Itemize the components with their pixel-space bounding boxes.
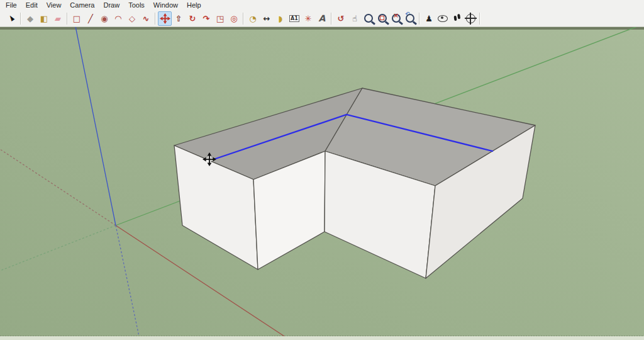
freehand-icon: ∿: [143, 14, 150, 23]
line-button[interactable]: ╱: [84, 11, 97, 26]
menu-tools[interactable]: Tools: [124, 1, 149, 9]
north-compass-button[interactable]: [464, 11, 477, 26]
dimension-button[interactable]: ↔: [260, 11, 274, 26]
toolbar-separator: [331, 13, 332, 25]
viewport-3d[interactable]: [0, 0, 644, 340]
line-icon: ╱: [88, 14, 93, 23]
menubar: FileEditViewCameraDrawToolsWindowHelp: [0, 0, 644, 10]
protractor-button[interactable]: ◗: [274, 11, 287, 26]
zoom-icon: [364, 14, 373, 23]
move-icon: [160, 13, 170, 24]
toolbar-separator: [67, 13, 68, 25]
circle-button[interactable]: ◉: [97, 11, 111, 26]
offset-button[interactable]: ◎: [227, 11, 241, 26]
arc-icon: ◠: [115, 14, 121, 23]
zoom-window-icon: [378, 14, 387, 23]
status-strip: [0, 336, 644, 340]
menu-camera[interactable]: Camera: [65, 1, 99, 9]
eraser-button[interactable]: ▰: [51, 11, 65, 26]
north-compass-icon: [466, 14, 475, 23]
make-component-icon: ◆: [27, 14, 33, 23]
axes-tool-icon: ✳: [305, 14, 312, 23]
orbit-icon: ↺: [338, 14, 345, 23]
toolbar: ►◆◧▰□╱◉◠◇∿ ⇧↻↷◳◎◔↔◗A1✳A↺☝♟: [0, 10, 644, 27]
select-button[interactable]: ►: [4, 11, 18, 26]
zoom-previous-button[interactable]: [403, 11, 417, 26]
dimension-icon: ↔: [264, 14, 270, 23]
toolbar-separator: [20, 13, 21, 25]
zoom-previous-icon: [406, 14, 414, 23]
rotate-icon: ↻: [189, 14, 196, 23]
scale-icon: ◳: [216, 14, 224, 23]
position-camera-icon: ♟: [425, 14, 433, 23]
paint-bucket-button[interactable]: ◧: [37, 11, 51, 26]
3d-text-icon: A: [319, 14, 326, 23]
push-pull-icon: ⇧: [175, 14, 182, 23]
move-button[interactable]: [158, 11, 172, 26]
rectangle-icon: □: [73, 14, 80, 23]
protractor-icon: ◗: [279, 14, 283, 23]
menu-edit[interactable]: Edit: [21, 1, 42, 9]
toolbar-separator: [419, 13, 420, 25]
select-icon: ►: [6, 14, 16, 23]
scale-button[interactable]: ◳: [213, 11, 227, 26]
tape-measure-icon: ◔: [249, 14, 256, 23]
arc-button[interactable]: ◠: [111, 11, 125, 26]
pan-icon: ☝: [352, 14, 357, 23]
toolbar-separator: [243, 13, 244, 25]
sketchup-window: FileEditViewCameraDrawToolsWindowHelp ►◆…: [0, 0, 644, 340]
pan-button[interactable]: ☝: [348, 11, 362, 26]
toolbar-separator: [155, 13, 156, 25]
follow-me-button[interactable]: ↷: [199, 11, 213, 26]
window-chrome: FileEditViewCameraDrawToolsWindowHelp ►◆…: [0, 0, 644, 27]
tape-measure-button[interactable]: ◔: [246, 11, 260, 26]
walk-button[interactable]: [450, 11, 464, 26]
freehand-button[interactable]: ∿: [139, 11, 153, 26]
follow-me-icon: ↷: [203, 14, 210, 23]
zoom-button[interactable]: [362, 11, 375, 26]
zoom-window-button[interactable]: [375, 11, 389, 26]
axes-tool-button[interactable]: ✳: [301, 11, 315, 26]
eraser-icon: ▰: [55, 14, 61, 23]
menu-draw[interactable]: Draw: [99, 1, 124, 9]
menu-file[interactable]: File: [1, 1, 21, 9]
zoom-extents-icon: [392, 14, 401, 23]
menu-help[interactable]: Help: [182, 1, 206, 9]
rotate-button[interactable]: ↻: [186, 11, 199, 26]
rectangle-button[interactable]: □: [70, 11, 84, 26]
orbit-button[interactable]: ↺: [334, 11, 348, 26]
make-component-button[interactable]: ◆: [23, 11, 37, 26]
zoom-extents-button[interactable]: [389, 11, 403, 26]
text-icon: A1: [289, 15, 299, 22]
offset-icon: ◎: [230, 14, 237, 23]
polygon-button[interactable]: ◇: [125, 11, 139, 26]
menu-view[interactable]: View: [42, 1, 66, 9]
walk-icon: [453, 16, 457, 21]
circle-icon: ◉: [101, 14, 108, 23]
menu-window[interactable]: Window: [149, 1, 182, 9]
polygon-icon: ◇: [129, 14, 135, 23]
push-pull-button[interactable]: ⇧: [172, 11, 186, 26]
toolbar-separator: [479, 13, 480, 25]
look-around-icon: [438, 15, 448, 22]
3d-text-button[interactable]: A: [315, 11, 329, 26]
paint-bucket-icon: ◧: [40, 14, 48, 23]
look-around-button[interactable]: [436, 11, 450, 26]
position-camera-button[interactable]: ♟: [422, 11, 436, 26]
text-button[interactable]: A1: [287, 11, 301, 26]
